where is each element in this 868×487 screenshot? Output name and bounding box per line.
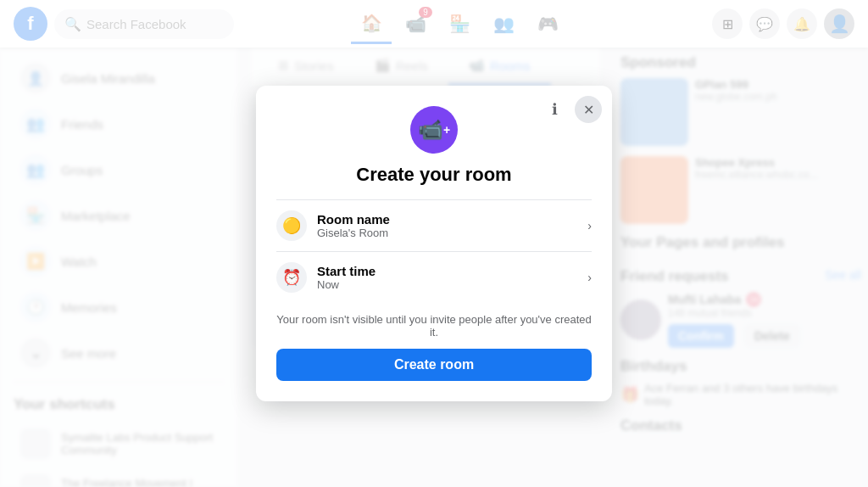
room-add-icon: 📹 — [418, 118, 443, 142]
info-icon: ℹ — [552, 100, 558, 119]
start-time-value: Now — [317, 278, 587, 291]
create-room-button[interactable]: Create room — [276, 349, 592, 381]
start-time-row[interactable]: ⏰ Start time Now › — [276, 251, 592, 303]
room-name-row[interactable]: 🟡 Room name Gisela's Room › — [276, 199, 592, 251]
create-room-modal: ℹ ✕ 📹 + Create your room 🟡 Room name Gis… — [256, 86, 612, 401]
start-time-icon: ⏰ — [276, 262, 307, 293]
modal-title: Create your room — [276, 164, 592, 186]
modal-close-button[interactable]: ✕ — [575, 96, 602, 123]
modal-room-icon: 📹 + — [410, 106, 458, 154]
modal-info-button[interactable]: ℹ — [541, 96, 568, 123]
room-name-label: Room name — [317, 212, 587, 227]
plus-icon: + — [443, 123, 450, 137]
room-name-chevron: › — [587, 219, 592, 232]
start-time-text: Start time Now — [317, 264, 587, 291]
room-name-value: Gisela's Room — [317, 227, 587, 239]
room-name-text: Room name Gisela's Room — [317, 212, 587, 239]
room-name-icon: 🟡 — [276, 210, 307, 241]
start-time-label: Start time — [317, 264, 587, 278]
close-icon: ✕ — [583, 102, 594, 118]
modal-overlay[interactable]: ℹ ✕ 📹 + Create your room 🟡 Room name Gis… — [0, 0, 868, 487]
start-time-chevron: › — [587, 271, 592, 284]
modal-note: Your room isn't visible until you invite… — [276, 313, 592, 339]
